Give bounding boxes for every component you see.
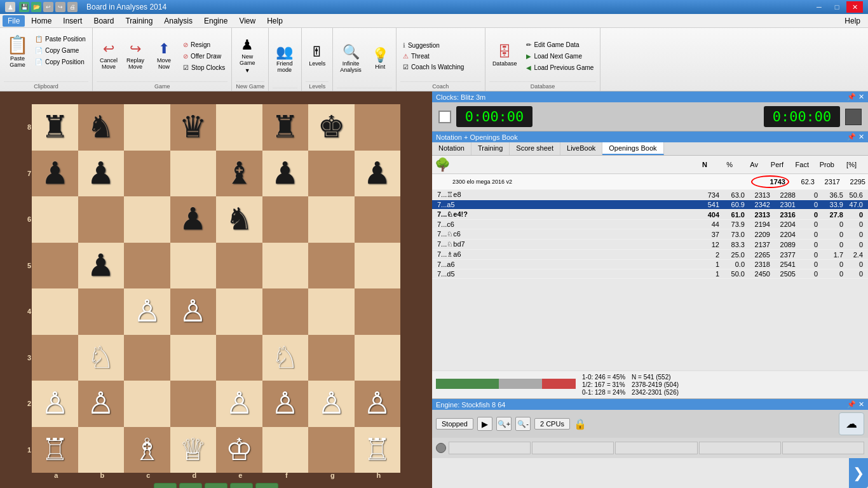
hint-btn[interactable]: 💡 Hint <box>369 46 392 72</box>
open-icon[interactable]: 📂 <box>31 2 41 12</box>
move-row[interactable]: 7...a6 1 0.0 2318 2541 0 0 0 <box>432 260 868 269</box>
square-b1[interactable] <box>78 427 125 473</box>
move-row[interactable]: 7...♘bd7 12 83.3 2137 2089 0 0 0 <box>432 240 868 250</box>
tab-openings-book[interactable]: Openings Book <box>602 142 663 155</box>
move-row[interactable]: 7...♗a6 2 25.0 2265 2377 0 1.7 2.4 <box>432 250 868 260</box>
square-d7[interactable] <box>170 151 217 197</box>
square-c8[interactable] <box>124 104 170 151</box>
replay-move-btn[interactable]: ↪ Replay Move <box>123 40 147 72</box>
square-e6[interactable]: ♞ <box>216 196 262 243</box>
square-d8[interactable]: ♛ <box>170 104 217 151</box>
square-c3[interactable] <box>124 335 170 381</box>
square-c7[interactable] <box>124 151 170 197</box>
coach-watching-btn[interactable]: ☑ Coach Is Watching <box>400 62 467 72</box>
square-d5[interactable] <box>170 243 217 289</box>
square-h6[interactable] <box>355 196 401 243</box>
friend-mode-btn[interactable]: 👥 Friend mode <box>273 43 296 75</box>
square-f6[interactable] <box>262 196 309 243</box>
square-h1[interactable]: ♖ <box>355 427 401 473</box>
load-next-game-btn[interactable]: ▶ Load Next Game <box>524 51 596 61</box>
new-game-btn[interactable]: ♟ New Game ▼ <box>236 36 259 76</box>
chess-board[interactable]: ♜♞♛♜♚♟♟♝♟♟♟♞♟♙♙♘♘♙♙♙♙♙♙♖♗♕♔♖ <box>32 104 400 473</box>
square-e7[interactable]: ♝ <box>216 151 262 197</box>
scroll-right-btn[interactable]: ❯ <box>849 458 868 488</box>
square-a2[interactable]: ♙ <box>32 381 78 427</box>
menu-view[interactable]: View <box>234 15 261 27</box>
stop-clocks-btn[interactable]: ☑ Stop Clocks <box>180 63 227 72</box>
square-a7[interactable]: ♟ <box>32 151 78 197</box>
square-e1[interactable]: ♔ <box>216 427 262 473</box>
square-h8[interactable] <box>355 104 401 151</box>
menu-insert[interactable]: Insert <box>58 15 87 27</box>
square-f7[interactable]: ♟ <box>262 151 309 197</box>
square-e8[interactable] <box>216 104 262 151</box>
square-c5[interactable] <box>124 243 170 289</box>
square-c6[interactable] <box>124 196 170 243</box>
square-f5[interactable] <box>262 243 309 289</box>
clocks-pin-icon[interactable]: 📌 <box>847 93 856 101</box>
square-f3[interactable]: ♘ <box>262 335 309 381</box>
engine-pin-icon[interactable]: 📌 <box>847 400 856 409</box>
square-g3[interactable] <box>308 335 355 381</box>
square-g1[interactable] <box>308 427 355 473</box>
menu-help-right[interactable]: Help <box>839 15 865 27</box>
menu-help[interactable]: Help <box>262 15 288 27</box>
square-a6[interactable] <box>32 196 78 243</box>
square-a5[interactable] <box>32 243 78 289</box>
square-b5[interactable]: ♟ <box>78 243 125 289</box>
tab-training[interactable]: Training <box>471 142 510 155</box>
levels-btn[interactable]: 🎚 Levels <box>306 43 329 69</box>
square-g7[interactable] <box>308 151 355 197</box>
menu-home[interactable]: Home <box>26 15 57 27</box>
print-icon[interactable]: 🖨 <box>67 2 78 12</box>
square-f8[interactable]: ♜ <box>262 104 309 151</box>
square-e3[interactable] <box>216 335 262 381</box>
square-b7[interactable]: ♟ <box>78 151 125 197</box>
redo-icon[interactable]: ↪ <box>55 2 65 12</box>
square-d2[interactable] <box>170 381 217 427</box>
square-h3[interactable] <box>355 335 401 381</box>
square-a8[interactable]: ♜ <box>32 104 78 151</box>
square-a4[interactable] <box>32 288 78 335</box>
square-f4[interactable] <box>262 288 309 335</box>
square-b6[interactable] <box>78 196 125 243</box>
close-btn[interactable]: ✕ <box>846 1 863 13</box>
paste-position-btn[interactable]: 📋 Paste Position <box>32 34 88 44</box>
copy-game-btn[interactable]: 📄 Copy Game <box>32 46 88 55</box>
save-icon[interactable]: 💾 <box>19 2 29 12</box>
move-row[interactable]: 7...♘e4!? 404 61.0 2313 2316 0 27.8 0 <box>432 210 868 220</box>
menu-training[interactable]: Training <box>120 15 158 27</box>
notation-pin-icon[interactable]: 📌 <box>847 133 856 141</box>
square-b2[interactable]: ♙ <box>78 381 125 427</box>
infinite-analysis-btn[interactable]: 🔍 Infinite Analysis <box>337 43 365 75</box>
resign-btn[interactable]: ⊘ Resign <box>180 40 227 50</box>
threat-btn[interactable]: ⚠ Threat <box>400 51 432 61</box>
square-e5[interactable] <box>216 243 262 289</box>
suggestion-btn[interactable]: ℹ Suggestion <box>400 41 442 50</box>
paste-game-btn[interactable]: 📋 PasteGame <box>4 33 31 69</box>
menu-engine[interactable]: Engine <box>199 15 233 27</box>
square-d1[interactable]: ♕ <box>170 427 217 473</box>
menu-analysis[interactable]: Analysis <box>159 15 198 27</box>
engine-status-btn[interactable]: Stopped <box>436 418 473 430</box>
square-a1[interactable]: ♖ <box>32 427 78 473</box>
square-h5[interactable] <box>355 243 401 289</box>
move-now-btn[interactable]: ⬆ Move Now <box>150 40 178 72</box>
square-e4[interactable] <box>216 288 262 335</box>
square-g5[interactable] <box>308 243 355 289</box>
square-d6[interactable]: ♟ <box>170 196 217 243</box>
engine-zoom-in-btn[interactable]: 🔍+ <box>496 417 512 431</box>
load-prev-game-btn[interactable]: ◀ Load Previous Game <box>524 63 596 72</box>
square-b4[interactable] <box>78 288 125 335</box>
database-btn[interactable]: 🗄 Database <box>489 43 520 69</box>
square-h2[interactable]: ♙ <box>355 381 401 427</box>
cancel-move-btn[interactable]: ↩ Cancel Move <box>97 40 121 72</box>
engine-lock-icon[interactable]: 🔒 <box>574 418 587 430</box>
square-c1[interactable]: ♗ <box>124 427 170 473</box>
menu-board[interactable]: Board <box>88 15 119 27</box>
move-row[interactable]: 7...♖e8 734 63.0 2313 2288 0 36.5 50.6 <box>432 190 868 200</box>
next-move-btn[interactable]: ▶ <box>230 483 253 488</box>
tab-score-sheet[interactable]: Score sheet <box>510 142 560 155</box>
square-a3[interactable] <box>32 335 78 381</box>
minimize-btn[interactable]: ─ <box>811 1 827 13</box>
